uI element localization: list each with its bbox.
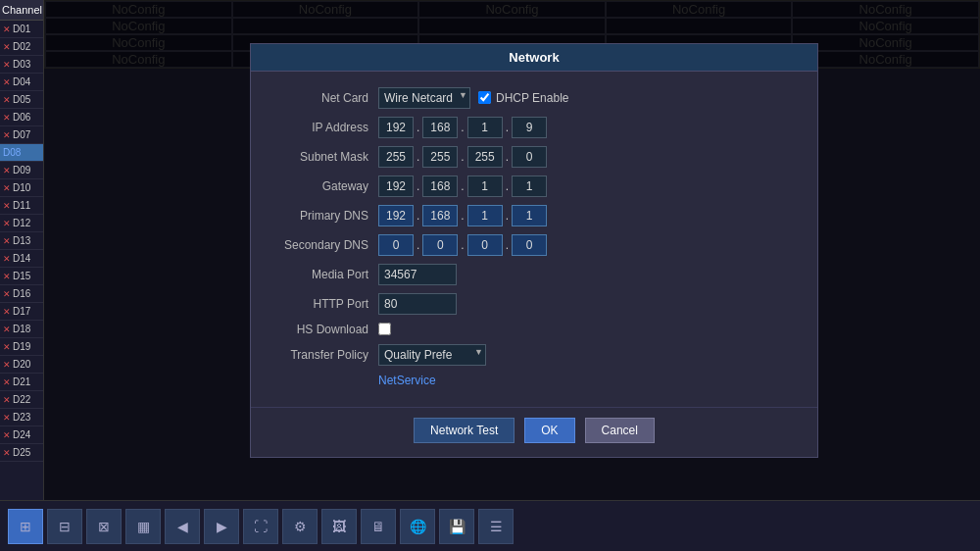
- network-test-button[interactable]: Network Test: [414, 418, 514, 443]
- pdns-o3[interactable]: [467, 205, 503, 226]
- settings-icon[interactable]: ⚙: [282, 509, 318, 544]
- pdns-o4[interactable]: [512, 205, 547, 226]
- monitor-icon[interactable]: 🖥: [361, 509, 396, 544]
- gateway-row: Gateway . . .: [270, 175, 798, 197]
- sidebar-item-d04[interactable]: ✕D04: [0, 74, 43, 91]
- ch-label: D09: [13, 165, 30, 175]
- sidebar-item-d14[interactable]: ✕D14: [0, 250, 43, 268]
- hs-download-checkbox[interactable]: [378, 323, 391, 335]
- sidebar-item-d18[interactable]: ✕D18: [0, 321, 43, 338]
- x-mark: ✕: [3, 166, 11, 175]
- sidebar-item-d03[interactable]: ✕D03: [0, 56, 43, 74]
- prev-icon[interactable]: ◀: [165, 509, 200, 544]
- subnet-o1[interactable]: [378, 146, 414, 168]
- ch-label: D25: [13, 447, 30, 458]
- http-port-input[interactable]: [378, 293, 457, 315]
- sidebar-item-d17[interactable]: ✕D17: [0, 303, 43, 321]
- net-service-link[interactable]: NetService: [378, 374, 436, 387]
- network-icon[interactable]: 🌐: [400, 509, 435, 544]
- grid-25-icon[interactable]: ▦: [125, 509, 161, 544]
- x-mark: ✕: [3, 201, 11, 211]
- primary-dns-row: Primary DNS . . .: [270, 205, 798, 226]
- next-icon[interactable]: ▶: [204, 509, 239, 544]
- sidebar-item-d21[interactable]: ✕D21: [0, 374, 43, 391]
- modal-footer: Network Test OK Cancel: [251, 407, 817, 457]
- sidebar-item-d12[interactable]: ✕D12: [0, 215, 43, 232]
- sidebar-item-d20[interactable]: ✕D20: [0, 356, 43, 374]
- media-port-input[interactable]: [378, 264, 457, 285]
- gw-o4[interactable]: [512, 175, 547, 197]
- x-mark: ✕: [3, 325, 11, 334]
- sidebar-item-d08[interactable]: D08: [0, 144, 43, 162]
- ch-label: D07: [13, 129, 30, 140]
- sidebar-item-d05[interactable]: ✕D05: [0, 91, 43, 109]
- toolbar: ⊞⊟⊠▦◀▶⛶⚙🖼🖥🌐💾☰: [0, 500, 980, 551]
- sidebar-item-d02[interactable]: ✕D02: [0, 38, 43, 56]
- x-mark: ✕: [3, 25, 11, 34]
- ip-o1[interactable]: [378, 117, 414, 138]
- image-icon[interactable]: 🖼: [321, 509, 357, 544]
- ok-button[interactable]: OK: [524, 418, 574, 443]
- cancel-button[interactable]: Cancel: [585, 418, 655, 443]
- net-service-row: NetService: [270, 374, 798, 387]
- ip-o3[interactable]: [467, 117, 503, 138]
- ch-label: D01: [13, 24, 30, 34]
- sdns-o3[interactable]: [467, 234, 503, 256]
- grid-16-icon[interactable]: ⊠: [86, 509, 122, 544]
- http-port-label: HTTP Port: [270, 297, 378, 311]
- ip-o2[interactable]: [422, 117, 458, 138]
- sidebar-item-d11[interactable]: ✕D11: [0, 197, 43, 215]
- gw-dot-2: .: [460, 179, 465, 193]
- sidebar-item-d23[interactable]: ✕D23: [0, 409, 43, 426]
- pdns-dot-3: .: [505, 209, 510, 223]
- hdd-icon[interactable]: 💾: [439, 509, 474, 544]
- gw-o1[interactable]: [378, 175, 414, 197]
- net-card-select[interactable]: Wire Netcard: [378, 87, 470, 109]
- gw-o2[interactable]: [422, 175, 458, 197]
- pdns-o1[interactable]: [378, 205, 414, 226]
- sdns-o2[interactable]: [422, 234, 458, 256]
- ch-label: D08: [3, 147, 21, 158]
- sidebar-item-d07[interactable]: ✕D07: [0, 126, 43, 144]
- sidebar-item-d25[interactable]: ✕D25: [0, 444, 43, 462]
- ch-label: D17: [13, 306, 30, 317]
- sidebar-item-d16[interactable]: ✕D16: [0, 285, 43, 303]
- ch-label: D24: [13, 429, 30, 440]
- sidebar-item-d13[interactable]: ✕D13: [0, 232, 43, 250]
- ch-label: D16: [13, 288, 30, 299]
- modal-body: Net Card Wire Netcard DHCP Enable: [251, 72, 817, 407]
- x-mark: ✕: [3, 42, 11, 52]
- gw-o3[interactable]: [467, 175, 503, 197]
- pdns-o2[interactable]: [422, 205, 458, 226]
- fullscreen-icon[interactable]: ⛶: [243, 509, 278, 544]
- net-card-select-wrapper: Wire Netcard: [378, 87, 470, 109]
- sdns-o4[interactable]: [512, 234, 547, 256]
- list-icon[interactable]: ☰: [478, 509, 514, 544]
- gateway-label: Gateway: [270, 179, 378, 193]
- sidebar-item-d01[interactable]: ✕D01: [0, 21, 43, 38]
- sdns-o1[interactable]: [378, 234, 414, 256]
- subnet-mask-group: . . .: [378, 146, 547, 168]
- ch-label: D22: [13, 394, 30, 405]
- secondary-dns-label: Secondary DNS: [270, 238, 378, 252]
- transfer-policy-select[interactable]: Quality Prefe Fluency First: [378, 344, 486, 366]
- secondary-dns-group: . . .: [378, 234, 547, 256]
- subnet-o2[interactable]: [422, 146, 458, 168]
- ch-label: D05: [13, 94, 30, 105]
- grid-9-icon[interactable]: ⊟: [47, 509, 82, 544]
- subnet-o4[interactable]: [512, 146, 547, 168]
- sidebar-item-d24[interactable]: ✕D24: [0, 426, 43, 444]
- sidebar-item-d22[interactable]: ✕D22: [0, 391, 43, 409]
- grid-4-icon[interactable]: ⊞: [8, 509, 43, 544]
- ip-o4[interactable]: [512, 117, 547, 138]
- dhcp-checkbox[interactable]: [478, 91, 491, 104]
- subnet-o3[interactable]: [467, 146, 503, 168]
- subnet-dot-1: .: [416, 150, 420, 164]
- sidebar-item-d06[interactable]: ✕D06: [0, 109, 43, 126]
- sidebar-item-d19[interactable]: ✕D19: [0, 338, 43, 356]
- ch-label: D19: [13, 341, 30, 352]
- transfer-policy-select-wrapper: Quality Prefe Fluency First: [378, 344, 486, 366]
- sidebar-item-d09[interactable]: ✕D09: [0, 162, 43, 179]
- sidebar-item-d10[interactable]: ✕D10: [0, 179, 43, 197]
- sidebar-item-d15[interactable]: ✕D15: [0, 268, 43, 285]
